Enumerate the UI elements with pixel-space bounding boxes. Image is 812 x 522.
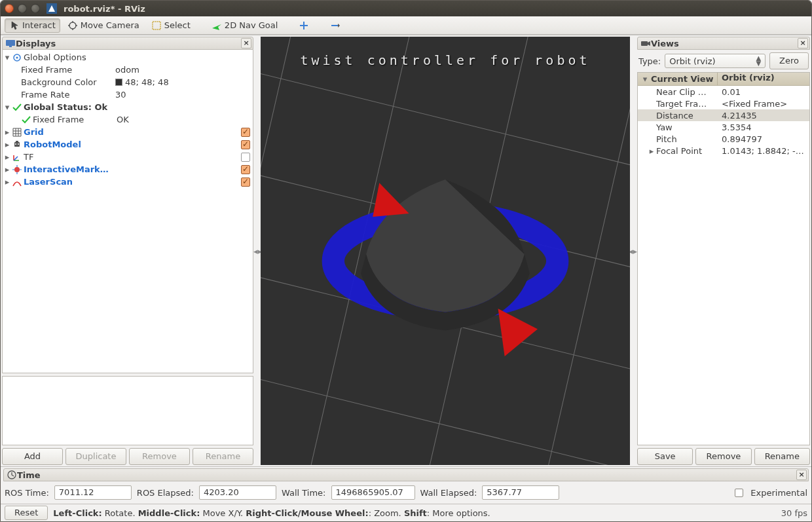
- wall-time-field[interactable]: 1496865905.07: [331, 485, 415, 500]
- displays-header[interactable]: Displays ×: [2, 37, 253, 50]
- remove-tool-button[interactable]: [325, 18, 345, 33]
- tf-checkbox[interactable]: [241, 153, 250, 162]
- window-maximize-button[interactable]: [31, 4, 40, 13]
- window-close-button[interactable]: [5, 4, 14, 13]
- laserscan-icon: [12, 177, 22, 187]
- ros-time-field[interactable]: 7011.12: [54, 485, 132, 500]
- views-tree-header[interactable]: ▾Current View Orbit (rviz): [638, 73, 809, 86]
- expand-toggle-icon[interactable]: ▸: [3, 127, 12, 137]
- zero-button[interactable]: Zero: [769, 52, 809, 69]
- expand-toggle-icon[interactable]: ▸: [3, 140, 12, 149]
- expand-toggle-icon[interactable]: ▾: [3, 102, 12, 112]
- view-prop-pitch[interactable]: Pitch0.894797: [638, 133, 809, 145]
- bg-color-value[interactable]: 48; 48; 48: [113, 77, 240, 87]
- tree-row-bg-color[interactable]: Background Color 48; 48; 48: [3, 76, 253, 88]
- expand-toggle-icon[interactable]: ▸: [3, 164, 12, 174]
- reset-button[interactable]: Reset: [5, 506, 48, 520]
- rotation-arrow-icon: [498, 308, 538, 356]
- grid-checkbox[interactable]: [241, 128, 250, 137]
- robotmodel-checkbox[interactable]: [241, 140, 250, 149]
- svg-rect-22: [641, 41, 648, 46]
- laserscan-checkbox[interactable]: [241, 177, 250, 187]
- expand-toggle-icon[interactable]: ▾: [640, 74, 650, 84]
- 3d-viewport[interactable]: twist controller for robot: [261, 37, 630, 465]
- move-camera-tool-button[interactable]: Move Camera: [63, 18, 144, 33]
- remove-display-button[interactable]: Remove: [129, 448, 190, 465]
- wall-time-label: Wall Time:: [282, 488, 326, 498]
- save-view-button[interactable]: Save: [637, 448, 693, 465]
- tree-row-frame-rate[interactable]: Frame Rate 30: [3, 88, 253, 101]
- displays-panel-icon: [5, 38, 16, 48]
- view-type-combo[interactable]: Orbit (rviz) ▲▼: [665, 54, 766, 68]
- rename-display-button[interactable]: Rename: [193, 448, 253, 465]
- right-splitter-handle[interactable]: ◂▸: [630, 35, 636, 466]
- left-splitter-handle[interactable]: ◂▸: [255, 35, 261, 466]
- duplicate-display-button[interactable]: Duplicate: [65, 448, 126, 465]
- bg-color-label: Background Color: [21, 77, 113, 87]
- tree-row-tf[interactable]: ▸ TF: [3, 151, 253, 163]
- select-tool-button[interactable]: Select: [147, 18, 195, 33]
- gear-icon: [12, 52, 22, 63]
- check-ok-icon: [12, 102, 22, 113]
- tree-row-global-status[interactable]: ▾ Global Status: Ok: [3, 101, 253, 113]
- add-display-button[interactable]: Add: [2, 448, 63, 465]
- experimental-label: Experimental: [750, 488, 807, 498]
- camera-move-icon: [67, 20, 78, 31]
- robotmodel-label: RobotModel: [24, 140, 81, 149]
- window-title: robot.rviz* - RViz: [64, 4, 145, 14]
- expand-toggle-icon[interactable]: ▾: [3, 52, 12, 62]
- fixed-frame-value[interactable]: odom: [113, 65, 240, 75]
- expand-toggle-icon[interactable]: ▸: [3, 152, 12, 162]
- tree-row-global-options[interactable]: ▾ Global Options: [3, 51, 253, 64]
- global-status-label: Global Status: Ok: [24, 102, 107, 112]
- check-ok-icon: [21, 115, 31, 125]
- tree-row-interactive-markers[interactable]: ▸ InteractiveMark…: [3, 163, 253, 176]
- add-tool-button[interactable]: [294, 18, 314, 33]
- views-close-button[interactable]: ×: [798, 38, 808, 48]
- tf-label: TF: [24, 152, 33, 162]
- status-hint: Left-Click: Rotate. Middle-Click: Move X…: [53, 508, 775, 518]
- remove-view-button[interactable]: Remove: [695, 448, 751, 465]
- svg-point-12: [14, 167, 20, 172]
- fixed-frame-label: Fixed Frame: [21, 65, 113, 75]
- window-minimize-button[interactable]: [18, 4, 27, 13]
- interact-label: Interact: [22, 20, 56, 30]
- interactive-markers-checkbox[interactable]: [241, 165, 250, 174]
- experimental-checkbox[interactable]: [735, 489, 743, 497]
- expand-toggle-icon[interactable]: ▸: [647, 146, 656, 156]
- svg-rect-2: [153, 22, 160, 29]
- grid-label: Grid: [24, 127, 44, 137]
- time-header[interactable]: Time ×: [3, 468, 809, 481]
- view-prop-focal-point[interactable]: ▸Focal Point1.0143; 1.8842; -…: [638, 145, 809, 157]
- tree-row-robotmodel[interactable]: ▸ RobotModel: [3, 138, 253, 151]
- displays-close-button[interactable]: ×: [241, 38, 251, 48]
- tree-row-laserscan[interactable]: ▸ LaserScan: [3, 176, 253, 188]
- frame-rate-value[interactable]: 30: [113, 90, 240, 100]
- wall-elapsed-field[interactable]: 5367.77: [482, 485, 559, 500]
- views-panel: Views × Type: Orbit (rviz) ▲▼ Zero ▾Curr…: [636, 35, 811, 466]
- tree-row-fixed-frame[interactable]: Fixed Frame odom: [3, 64, 253, 76]
- views-button-row: Save Remove Rename: [637, 445, 810, 465]
- view-prop-yaw[interactable]: Yaw3.5354: [638, 121, 809, 133]
- time-close-button[interactable]: ×: [796, 470, 807, 480]
- interactive-markers-icon: [12, 164, 22, 175]
- select-label: Select: [164, 20, 191, 30]
- nav-goal-tool-button[interactable]: 2D Nav Goal: [207, 18, 283, 33]
- view-prop-target-frame[interactable]: Target Fra…<Fixed Frame>: [638, 98, 809, 109]
- views-tree[interactable]: ▾Current View Orbit (rviz) Near Clip …0.…: [637, 72, 810, 445]
- views-header[interactable]: Views ×: [637, 37, 810, 50]
- interact-tool-button[interactable]: Interact: [5, 18, 60, 33]
- displays-tree[interactable]: ▾ Global Options Fixed Frame odom Backgr…: [2, 50, 253, 373]
- view-prop-near-clip[interactable]: Near Clip …0.01: [638, 86, 809, 98]
- tree-row-grid[interactable]: ▸ Grid: [3, 126, 253, 138]
- expand-toggle-icon[interactable]: ▸: [3, 177, 12, 187]
- ros-elapsed-field[interactable]: 4203.20: [199, 485, 276, 500]
- time-panel: Time × ROS Time: 7011.12 ROS Elapsed: 42…: [1, 466, 811, 504]
- svg-point-1: [69, 22, 76, 29]
- status-bar: Reset Left-Click: Rotate. Middle-Click: …: [1, 504, 811, 521]
- clock-icon: [7, 470, 17, 480]
- view-prop-distance[interactable]: Distance4.21435: [638, 109, 809, 121]
- displays-title: Displays: [16, 39, 56, 48]
- rename-view-button[interactable]: Rename: [754, 448, 810, 465]
- tree-row-status-fixed-frame[interactable]: Fixed Frame OK: [3, 113, 253, 126]
